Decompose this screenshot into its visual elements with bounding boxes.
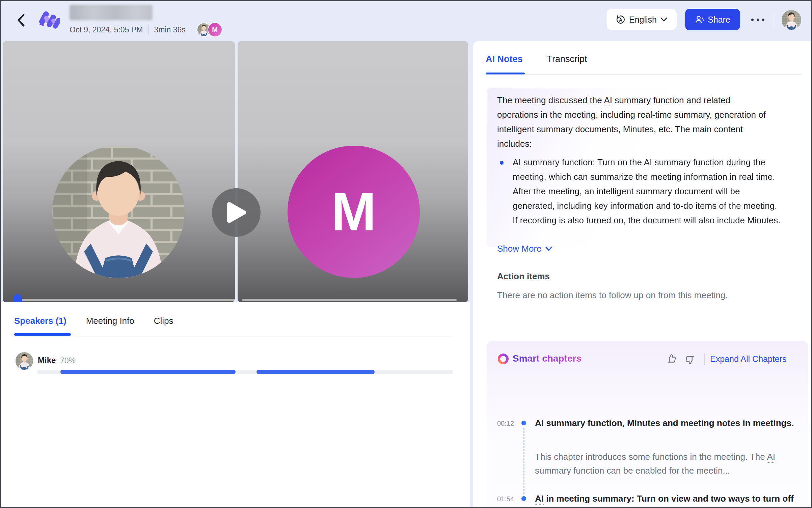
seek-bar-right[interactable] (242, 299, 457, 301)
minutes-app: Oct 9, 2024, 5:05 PM 3min 36s M A Englis… (0, 0, 812, 508)
share-button[interactable]: Share (685, 9, 740, 30)
play-icon (226, 201, 247, 224)
bullet-icon (500, 161, 504, 165)
summary-bullet-text: AI summary function: Turn on the AI summ… (513, 155, 783, 244)
meeting-title-redacted (70, 5, 153, 20)
thumbs-up-button[interactable] (666, 353, 678, 365)
meeting-meta: Oct 9, 2024, 5:05 PM 3min 36s M (70, 23, 222, 36)
meeting-duration: 3min 36s (154, 25, 185, 34)
share-label: Share (708, 15, 730, 25)
thumbs-down-icon (685, 355, 695, 365)
header-divider (704, 354, 705, 365)
header-divider (774, 11, 774, 29)
speaker-photo-circle (52, 146, 185, 278)
language-label: English (629, 15, 657, 25)
ai-summary-card: The meeting discussed the AI summary fun… (487, 88, 805, 247)
chapter-timestamp[interactable]: 00:12 (497, 420, 514, 427)
back-button[interactable] (13, 13, 28, 28)
speaker-timeline-track[interactable] (37, 370, 453, 374)
show-more-button[interactable]: Show More (497, 244, 552, 254)
language-selector[interactable]: A English (606, 9, 677, 30)
more-menu-button[interactable] (747, 14, 769, 25)
minutes-logo (37, 8, 60, 33)
participant-avatars[interactable]: M (197, 22, 222, 37)
chapter-title[interactable]: AI summary function, Minutes and meeting… (535, 416, 798, 430)
speaker-avatar[interactable] (16, 352, 33, 370)
meeting-detail-section: Speakers (1) Meeting Info Clips Mike 70% (1, 302, 470, 508)
notes-tabs: AI Notes Transcript (486, 54, 587, 64)
participant-avatar-m[interactable]: M (208, 22, 222, 37)
speaker-segment[interactable] (256, 370, 375, 374)
translate-icon: A (616, 15, 625, 24)
chapter-timestamp[interactable]: 01:54 (497, 495, 514, 503)
speaker-segment[interactable] (60, 370, 236, 374)
video-tile-left (3, 41, 235, 302)
seek-bar-left[interactable] (18, 299, 236, 301)
summary-bullet-item: AI summary function: Turn on the AI summ… (497, 155, 787, 244)
thumbs-down-button[interactable] (684, 354, 696, 366)
meta-divider (148, 25, 148, 34)
notes-panel: AI Notes Transcript The meeting discusse… (473, 41, 812, 508)
meeting-date: Oct 9, 2024, 5:05 PM (70, 25, 143, 34)
tab-transcript[interactable]: Transcript (547, 54, 587, 64)
back-chevron-icon (17, 13, 25, 27)
action-items-empty-text: There are no action items to follow up o… (497, 290, 728, 301)
chapter-title[interactable]: AI in meeting summary: Turn on view and … (535, 491, 798, 506)
more-icon (751, 19, 754, 21)
tab-speakers[interactable]: Speakers (1) (14, 316, 66, 326)
meta-divider (191, 25, 191, 34)
chapter-dot[interactable] (521, 421, 526, 425)
chevron-down-icon (545, 246, 552, 251)
detail-tabs: Speakers (1) Meeting Info Clips (14, 316, 173, 326)
speaker-name: Mike (38, 356, 56, 365)
smart-chapters-icon (498, 354, 509, 364)
share-icon (695, 15, 704, 24)
video-player: M 15 (3, 41, 468, 302)
tab-ai-notes[interactable]: AI Notes (486, 54, 523, 64)
smart-chapters-title: Smart chapters (513, 353, 581, 364)
thumbs-up-icon (667, 354, 677, 364)
smart-chapters-card: Smart chapters Expand All Chapters 00:12 (487, 341, 808, 508)
participant-m-circle: M (288, 146, 420, 278)
chapter-connector-line (523, 428, 524, 494)
tabs-divider (14, 335, 454, 335)
expand-all-chapters-button[interactable]: Expand All Chapters (710, 354, 787, 364)
profile-avatar[interactable] (782, 10, 801, 30)
tabs-divider (486, 74, 802, 75)
tab-clips[interactable]: Clips (154, 316, 173, 326)
speaker-percent: 70% (60, 356, 76, 365)
chapter-dot[interactable] (521, 496, 526, 501)
chevron-down-icon (660, 17, 667, 22)
action-items-title: Action items (497, 271, 550, 282)
smart-chapters-header: Smart chapters Expand All Chapters (487, 353, 808, 366)
summary-intro: The meeting discussed the AI summary fun… (497, 93, 770, 151)
top-bar: Oct 9, 2024, 5:05 PM 3min 36s M A Englis… (1, 1, 812, 41)
tab-meeting-info[interactable]: Meeting Info (86, 316, 134, 326)
chapter-description: This chapter introduces some functions i… (535, 450, 785, 478)
play-overlay-button[interactable] (212, 188, 261, 237)
svg-text:A: A (619, 17, 622, 23)
